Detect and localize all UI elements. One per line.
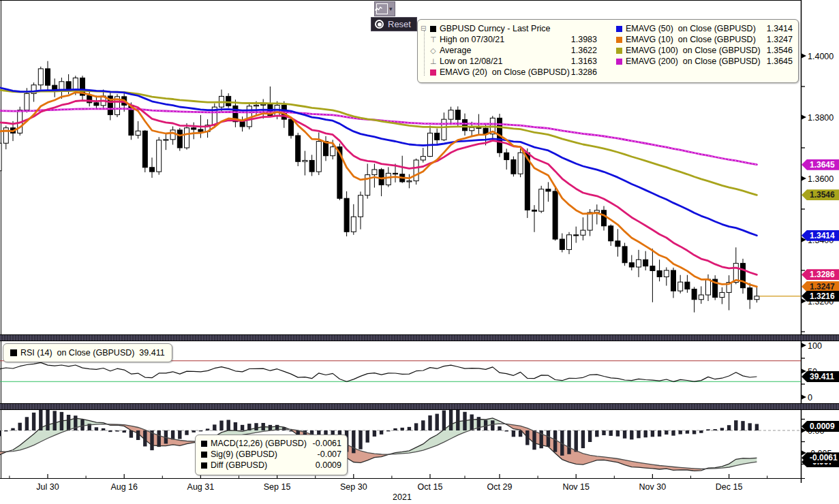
macd-panel[interactable]: 0.00-0.005 <box>0 410 839 478</box>
legend-label: Average <box>440 46 471 55</box>
legend-row-high[interactable]: ⊤ High on 07/30/21 1.3983 <box>430 34 597 45</box>
reset-button[interactable]: Reset <box>371 17 417 31</box>
legend-label: EMAVG (100) on Close (GBPUSD) <box>626 46 761 55</box>
legend-row-last-price[interactable]: GBPUSD Curncy - Last Price <box>430 23 597 34</box>
macd-legend-row: MACD(12,26) (GBPUSD) -0.0061 <box>201 438 341 449</box>
price-badge-1.3247: 1.3247 <box>802 281 839 292</box>
rsi-line <box>0 362 757 381</box>
legend-label: EMAVG (20) on Close (GBPUSD) <box>440 67 570 77</box>
low-marker-icon: ⊥ <box>430 57 436 66</box>
legend-value: 1.3622 <box>571 46 597 55</box>
price-badge-1.3414: 1.3414 <box>802 230 839 241</box>
high-marker-icon: ⊤ <box>430 35 436 44</box>
line-chart-icon <box>376 3 388 14</box>
rsi-legend-label: RSI (14) on Close (GBPUSD) 39.411 <box>20 348 165 358</box>
ema50-swatch <box>616 26 622 32</box>
legend-label: GBPUSD Curncy - Last Price <box>440 24 551 33</box>
price-axis-label: 1.3600 <box>808 174 834 184</box>
legend-row-ema50[interactable]: EMAVG (50) on Close (GBPUSD) 1.3414 <box>616 23 793 34</box>
legend-row-ema100[interactable]: EMAVG (100) on Close (GBPUSD) 1.3546 <box>616 45 793 56</box>
price-axis-label: 1.4000 <box>808 52 834 61</box>
rsi-swatch <box>10 349 17 356</box>
chart-window: 1.40001.38001.36001.34001.3200 100500 0.… <box>0 0 839 504</box>
legend-label: EMAVG (200) on Close (GBPUSD) <box>626 57 761 66</box>
ema200-swatch <box>616 59 622 65</box>
reset-button-label: Reset <box>388 19 411 29</box>
legend-value: 1.3645 <box>767 57 793 66</box>
legend-right-column: EMAVG (50) on Close (GBPUSD) 1.3414 EMAV… <box>616 23 793 80</box>
legend-left-column: GBPUSD Curncy - Last Price ⊤ High on 07/… <box>430 23 597 80</box>
legend-value: 1.3163 <box>571 57 597 66</box>
x-tick-label: Nov 15 <box>562 482 590 492</box>
macd-label: MACD(12,26) (GBPUSD) <box>211 439 307 448</box>
legend-row-ema200[interactable]: EMAVG (200) on Close (GBPUSD) 1.3645 <box>616 56 793 67</box>
x-tick-label: Oct 29 <box>487 482 513 492</box>
x-tick-label: Aug 31 <box>187 482 215 492</box>
price-badge-1.3216: 1.3216 <box>802 291 839 302</box>
x-tick-label: Nov 30 <box>639 482 667 492</box>
sig-label: Sig(9) (GBPUSD) <box>211 450 277 459</box>
legend-label: EMAVG (50) on Close (GBPUSD) <box>626 24 756 33</box>
x-tick-label: Oct 15 <box>418 482 443 492</box>
x-axis-year-label: 2021 <box>382 492 423 502</box>
macd-badge--0.0061: -0.0061 <box>802 452 839 463</box>
macd-value: -0.0061 <box>313 439 341 448</box>
legend-value: 1.3983 <box>571 35 597 44</box>
price-badge-1.3286: 1.3286 <box>802 269 839 280</box>
x-tick-label: Sep 15 <box>264 482 291 492</box>
ema100-swatch <box>616 48 622 54</box>
legend-value: 1.3546 <box>767 46 793 55</box>
reset-icon <box>375 20 384 29</box>
chevron-down-icon: ▾ <box>389 5 393 12</box>
sig-value: -0.007 <box>318 450 341 459</box>
diff-value: 0.0009 <box>316 460 341 470</box>
ema-line-200 <box>0 109 757 165</box>
legend-row-average[interactable]: ◇ Average 1.3622 <box>430 45 597 56</box>
rsi-axis-label: 100 <box>808 341 822 351</box>
macd-histogram <box>0 410 759 456</box>
legend-label: EMAVG (10) on Close (GBPUSD) <box>626 35 756 44</box>
legend-row-low[interactable]: ⊥ Low on 12/08/21 1.3163 <box>430 56 597 67</box>
price-badge-1.3645: 1.3645 <box>802 159 839 170</box>
x-tick-label: Sep 30 <box>340 482 367 492</box>
legend-value: 1.3286 <box>571 67 597 77</box>
legend-label: High on 07/30/21 <box>440 35 504 44</box>
ema20-swatch <box>430 69 436 76</box>
rsi-legend[interactable]: RSI (14) on Close (GBPUSD) 39.411 <box>3 343 172 362</box>
macd-swatch <box>201 441 207 447</box>
price-badge-1.3546: 1.3546 <box>802 189 839 200</box>
average-marker-icon: ◇ <box>430 46 436 55</box>
legend-value: 1.3247 <box>767 35 793 44</box>
rsi-axis-label: 0 <box>808 393 812 403</box>
macd-legend-row: Sig(9) (GBPUSD) -0.007 <box>201 449 341 460</box>
series-swatch <box>430 26 436 32</box>
rsi-value-badge: 39.411 <box>802 371 839 382</box>
x-tick-label: Jul 30 <box>36 482 59 492</box>
ema-line-20 <box>0 101 757 275</box>
macd-legend-row: Diff (GBPUSD) 0.0009 <box>201 460 341 471</box>
sig-swatch <box>201 452 207 458</box>
ema-overlays <box>0 88 757 287</box>
legend-tree-line <box>424 31 425 76</box>
ema-texture-200 <box>0 109 757 165</box>
legend-value: 1.3414 <box>767 24 793 33</box>
x-tick-label: Dec 15 <box>716 482 743 492</box>
legend-row-ema20[interactable]: EMAVG (20) on Close (GBPUSD) 1.3286 <box>430 67 597 78</box>
macd-legend[interactable]: MACD(12,26) (GBPUSD) -0.0061 Sig(9) (GBP… <box>195 435 348 475</box>
chart-type-button[interactable]: ▾ <box>374 1 395 16</box>
panel-separator-handle[interactable] <box>0 403 839 410</box>
diff-label: Diff (GBPUSD) <box>211 460 267 470</box>
x-tick-label: Aug 16 <box>110 482 138 492</box>
macd-badge-0.0009: 0.0009 <box>802 421 839 432</box>
ema10-swatch <box>616 37 622 43</box>
panel-separator-handle[interactable] <box>0 334 839 341</box>
legend-row-ema10[interactable]: EMAVG (10) on Close (GBPUSD) 1.3247 <box>616 34 793 45</box>
price-axis-label: 1.3800 <box>808 113 834 123</box>
diff-swatch <box>201 462 207 469</box>
legend-label: Low on 12/08/21 <box>440 57 502 66</box>
price-legend[interactable]: ⊟ GBPUSD Curncy - Last Price ⊤ High on 0… <box>417 19 799 83</box>
